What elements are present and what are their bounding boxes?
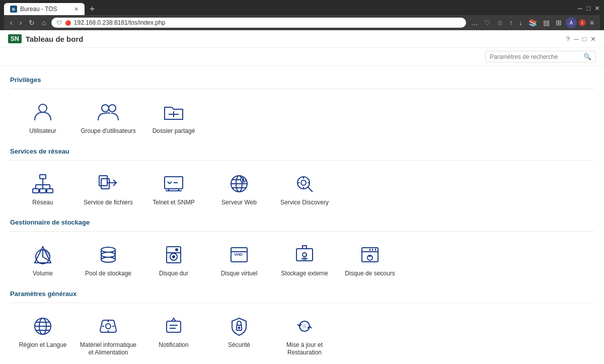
item-groupe[interactable]: Groupe d'utilisateurs <box>76 94 141 141</box>
favicon-small: 🔴 <box>65 20 71 26</box>
item-dossier[interactable]: Dossier partagé <box>141 94 206 141</box>
externe-label: Stockage externe <box>281 270 328 278</box>
more-options-btn[interactable]: … <box>469 18 480 28</box>
forward-button[interactable]: › <box>18 18 24 28</box>
svg-point-1 <box>102 105 109 112</box>
item-externe[interactable]: Stockage externe <box>272 237 337 284</box>
section-params-grid: Région et Langue Matériel informatique e… <box>10 308 594 363</box>
disque-icon <box>162 243 186 267</box>
app-topbar: SN Tableau de bord ? ─ □ ✕ <box>0 30 604 48</box>
reader-btn[interactable]: ▤ <box>541 18 552 28</box>
window-close-btn[interactable]: ✕ <box>594 5 600 12</box>
disque-label: Disque dur <box>159 270 188 278</box>
bookmark-btn[interactable]: ☆ <box>495 18 505 28</box>
svg-point-41 <box>101 252 115 257</box>
browser-toolbar-right: … ♡ ☆ ↑ ↓ 📚 ▤ ⊞ A 1 ≡ <box>469 17 596 28</box>
item-volume[interactable]: Volume <box>10 237 76 284</box>
svg-rect-6 <box>33 189 39 193</box>
item-materiel[interactable]: Matériel informatique et Alimentation <box>76 308 141 363</box>
url-display: 192.168.0.238:8181/tos/index.php <box>74 19 461 26</box>
pool-label: Pool de stockage <box>85 270 131 278</box>
item-utilisateur[interactable]: Utilisateur <box>10 94 76 141</box>
virtuel-icon: VHD <box>227 243 251 267</box>
svg-point-47 <box>173 256 175 258</box>
profile-btn[interactable]: A <box>566 17 577 28</box>
item-fichiers[interactable]: Service de fichiers <box>76 166 141 213</box>
svg-point-66 <box>106 324 111 329</box>
svg-rect-14 <box>99 176 107 186</box>
section-title-stockage: Gestionnaire de stockage <box>10 214 594 232</box>
appwin-close-btn[interactable]: ✕ <box>590 35 596 43</box>
item-securite[interactable]: Sécurité <box>206 308 272 363</box>
reload-button[interactable]: ↻ <box>27 18 37 28</box>
fichiers-label: Service de fichiers <box>84 199 133 207</box>
search-box[interactable]: 🔍 <box>485 51 596 62</box>
svg-rect-8 <box>47 189 53 193</box>
item-reseau[interactable]: Réseau <box>10 166 76 213</box>
section-title-params: Paramètres généraux <box>10 286 594 303</box>
item-pool[interactable]: Pool de stockage <box>76 237 141 284</box>
item-web[interactable]: Serveur Web <box>206 166 272 213</box>
app-logo: SN Tableau de bord <box>8 34 83 43</box>
groupe-label: Groupe d'utilisateurs <box>81 127 136 135</box>
search-row: 🔍 <box>0 48 604 66</box>
item-disque[interactable]: Disque dur <box>141 237 206 284</box>
svg-point-42 <box>101 257 115 262</box>
item-telnet[interactable]: Telnet et SNMP <box>141 166 206 213</box>
logo-box: SN <box>8 34 22 43</box>
download-btn[interactable]: ↓ <box>517 18 524 28</box>
section-privileges-grid: Utilisateur Groupe d'utilisateurs <box>10 94 594 141</box>
region-label: Région et Langue <box>19 341 67 349</box>
pocket-btn[interactable]: ♡ <box>482 18 493 28</box>
back-button[interactable]: ‹ <box>8 18 15 28</box>
main-content: Privilèges Utilisateur <box>0 66 604 364</box>
svg-point-0 <box>39 104 47 112</box>
telnet-label: Telnet et SNMP <box>153 199 194 207</box>
notif-label: Notification <box>159 341 188 349</box>
browser-toolbar: ‹ › ↻ ⌂ 🛡 🔴 192.168.0.238:8181/tos/index… <box>4 15 600 30</box>
discovery-label: Service Discovery <box>280 199 329 207</box>
new-tab-button[interactable]: + <box>86 4 99 15</box>
home-button[interactable]: ⌂ <box>40 18 48 28</box>
section-reseau-grid: Réseau Service de fichiers <box>10 166 594 213</box>
secours-icon <box>358 243 382 267</box>
tab-close-btn[interactable]: ✕ <box>74 6 79 13</box>
section-title-reseau: Services de réseau <box>10 143 594 161</box>
extensions-btn[interactable]: ↑ <box>507 18 515 28</box>
appwin-restore-btn[interactable]: □ <box>582 35 586 43</box>
browser-tab-active[interactable]: B Bureau - TOS ✕ <box>4 3 85 15</box>
reseau-label: Réseau <box>32 199 53 207</box>
item-virtuel[interactable]: VHD Disque virtuel <box>206 237 272 284</box>
window-restore-btn[interactable]: □ <box>586 5 590 12</box>
region-icon <box>31 314 55 338</box>
app-header-right: ? ─ □ ✕ <box>566 35 596 43</box>
item-region[interactable]: Région et Langue <box>10 308 76 363</box>
address-bar[interactable]: 🛡 🔴 192.168.0.238:8181/tos/index.php <box>51 18 466 28</box>
search-icon: 🔍 <box>583 53 591 60</box>
svg-point-34 <box>301 180 306 185</box>
help-btn[interactable]: ? <box>566 35 570 43</box>
app-title: Tableau de bord <box>26 35 84 43</box>
containers-btn[interactable]: ⊞ <box>554 18 564 28</box>
svg-point-2 <box>109 105 116 112</box>
dossier-label: Dossier partagé <box>153 127 195 135</box>
search-input[interactable] <box>490 53 583 60</box>
utilisateur-icon <box>31 100 55 124</box>
svg-rect-15 <box>101 179 109 189</box>
notif-icon <box>162 314 186 338</box>
securite-label: Sécurité <box>228 341 250 349</box>
menu-btn[interactable]: ≡ <box>588 18 596 28</box>
item-secours[interactable]: Disque de secours <box>337 237 403 284</box>
item-notif[interactable]: Notification <box>141 308 206 363</box>
item-maj[interactable]: Mise à jour et Restauration <box>272 308 337 363</box>
window-minimize-btn[interactable]: ─ <box>578 5 582 12</box>
volume-label: Volume <box>33 270 53 278</box>
library-btn[interactable]: 📚 <box>526 18 539 28</box>
svg-point-76 <box>303 324 307 328</box>
svg-point-48 <box>176 249 178 251</box>
item-discovery[interactable]: Service Discovery <box>272 166 337 213</box>
web-icon <box>227 172 251 196</box>
securite-icon <box>227 314 251 338</box>
virtuel-label: Disque virtuel <box>221 270 258 278</box>
appwin-minimize-btn[interactable]: ─ <box>574 35 578 43</box>
